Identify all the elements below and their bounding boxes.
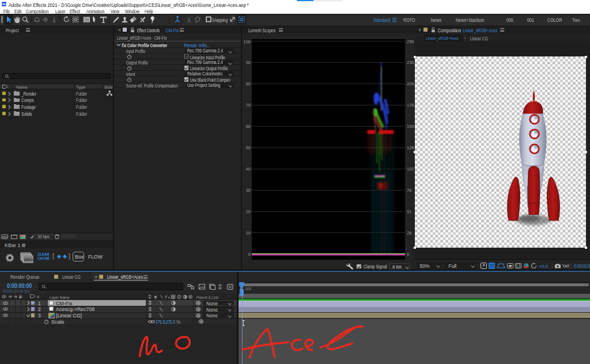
svg-text:OPA1: OPA1 [24, 258, 34, 261]
svg-text:+0.0: +0.0 [539, 263, 548, 268]
svg-text:aep: aep [2, 235, 7, 238]
